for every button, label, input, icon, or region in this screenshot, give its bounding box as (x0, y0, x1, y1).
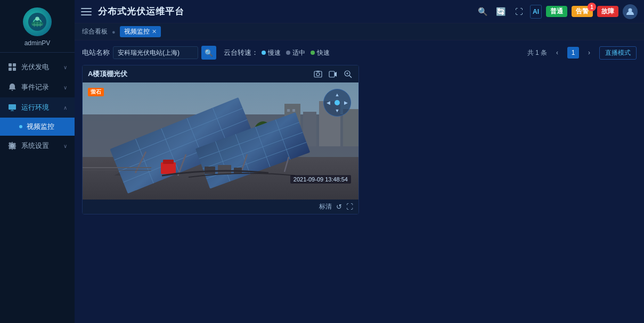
sidebar-item-settings[interactable]: 系统设置 ∨ (0, 136, 75, 156)
bell-icon (7, 82, 17, 92)
app-title: 分布式光伏运维平台 (98, 5, 184, 18)
ptz-center-dot (335, 100, 340, 105)
prev-page-btn[interactable]: ‹ (551, 47, 563, 59)
svg-rect-15 (316, 71, 320, 72)
breadcrumb-home[interactable]: 综合看板 (82, 27, 108, 36)
search-icon-btn[interactable]: 🔍 (476, 5, 490, 19)
video-card-header: A楼顶棚光伏 (83, 65, 358, 82)
slow-dot (262, 51, 266, 55)
svg-rect-16 (329, 71, 335, 77)
svg-rect-28 (287, 109, 290, 112)
ptz-right-arrow[interactable]: ▶ (344, 100, 348, 105)
svg-rect-62 (161, 162, 176, 174)
sidebar: adminPV 光伏发电 ∨ 事件记录 (0, 0, 75, 323)
sidebar-item-pv-power[interactable]: 光伏发电 ∨ (0, 57, 75, 77)
expand-icon[interactable]: ⛶ (346, 203, 353, 211)
breadcrumb-close-btn[interactable]: ✕ (152, 28, 157, 35)
video-card-title: A楼顶棚光伏 (88, 69, 127, 79)
sidebar-subitem-video-monitor[interactable]: 视频监控 (0, 118, 75, 136)
total-count: 共 1 条 (527, 48, 547, 57)
sidebar-item-label: 事件记录 (21, 82, 49, 92)
station-filter-group: 电站名称 🔍 (82, 46, 216, 60)
alarm-badge[interactable]: 告警 1 (572, 6, 593, 17)
video-card-footer: 标清 ↺ ⛶ (83, 200, 358, 214)
breadcrumb-bar: 综合看板 ● 视频监控 ✕ (75, 23, 644, 40)
chevron-down-icon: ∨ (63, 85, 67, 90)
monitor-icon (7, 103, 17, 112)
sidebar-item-events[interactable]: 事件记录 ∨ (0, 77, 75, 97)
current-page-btn[interactable]: 1 (567, 47, 579, 59)
normal-badge[interactable]: 普通 (546, 6, 567, 17)
gear-icon (7, 141, 17, 151)
svg-rect-13 (314, 71, 322, 77)
sidebar-item-label: 运行环境 (21, 103, 49, 112)
ptz-label: 云台转速： (224, 48, 258, 57)
speed-fast-label: 快速 (317, 48, 330, 57)
ptz-up-arrow[interactable]: ▲ (335, 92, 340, 97)
grid-icon (7, 62, 17, 72)
search-button[interactable]: 🔍 (201, 46, 216, 60)
hamburger-menu-icon[interactable] (81, 8, 92, 15)
refresh-icon[interactable]: ↺ (336, 203, 342, 211)
svg-rect-7 (9, 63, 12, 67)
sidebar-item-operation[interactable]: 运行环境 ∧ (0, 97, 75, 118)
ptz-down-arrow[interactable]: ▼ (335, 108, 340, 113)
fast-dot (311, 51, 315, 55)
fullscreen-icon-btn[interactable]: ⛶ (512, 5, 526, 19)
ptz-speed-group: 云台转速： 慢速 适中 快速 (224, 48, 330, 57)
topbar-right-actions: 🔍 🔄 ⛶ AI 普通 告警 1 故障 (476, 4, 638, 19)
sidebar-username: adminPV (25, 39, 51, 47)
ptz-left-arrow[interactable]: ◀ (327, 100, 330, 105)
speed-slow[interactable]: 慢速 (262, 48, 281, 57)
next-page-btn[interactable]: › (583, 47, 595, 59)
station-input[interactable] (113, 46, 198, 59)
topbar: 分布式光伏运维平台 🔍 🔄 ⛶ AI 普通 告警 1 故障 (75, 0, 644, 23)
fault-badge[interactable]: 故障 (597, 6, 618, 17)
svg-line-18 (349, 76, 352, 78)
chevron-down-icon: ∨ (63, 143, 67, 149)
chevron-up-icon: ∧ (63, 105, 67, 111)
speed-fast[interactable]: 快速 (311, 48, 330, 57)
video-grid: A楼顶棚光伏 (82, 65, 637, 214)
breadcrumb-active-label: 视频监控 (124, 27, 150, 36)
quality-label: 标清 (319, 202, 332, 211)
sidebar-subitem-label: 视频监控 (27, 122, 54, 131)
svg-rect-10 (13, 68, 16, 71)
chevron-down-icon: ∨ (63, 64, 67, 70)
alarm-count: 1 (588, 3, 596, 11)
ptz-control: ▲ ▼ ◀ ▶ (323, 89, 351, 117)
brand-logo: 萤石 (88, 88, 104, 96)
svg-point-14 (316, 73, 320, 76)
breadcrumb-separator: ● (112, 29, 116, 35)
breadcrumb-active-item: 视频监控 ✕ (120, 26, 161, 37)
main-area: 分布式光伏运维平台 🔍 🔄 ⛶ AI 普通 告警 1 故障 (75, 0, 644, 323)
filter-bar: 电站名称 🔍 云台转速： 慢速 适中 快速 (82, 46, 637, 60)
record-icon[interactable] (328, 69, 338, 79)
ai-icon-btn[interactable]: AI (530, 5, 542, 19)
svg-point-2 (35, 17, 39, 21)
svg-rect-11 (9, 104, 16, 110)
video-card-1: A楼顶棚光伏 (82, 65, 359, 214)
medium-dot (286, 51, 290, 55)
svg-rect-65 (218, 165, 231, 175)
active-dot (19, 125, 22, 128)
refresh-icon-btn[interactable]: 🔄 (494, 5, 508, 19)
live-mode-button[interactable]: 直播模式 (599, 46, 637, 60)
svg-rect-63 (163, 160, 174, 164)
zoom-icon[interactable] (343, 69, 353, 79)
ptz-circle[interactable]: ▲ ▼ ◀ ▶ (323, 89, 351, 117)
svg-rect-9 (9, 68, 12, 71)
sidebar-item-label: 系统设置 (21, 141, 49, 151)
speed-options: 慢速 适中 快速 (262, 48, 330, 57)
user-avatar[interactable] (623, 4, 638, 19)
video-timestamp: 2021-09-09 13:48:54 (290, 175, 351, 184)
main-content: 电站名称 🔍 云台转速： 慢速 适中 快速 (75, 40, 644, 323)
speed-medium[interactable]: 适中 (286, 48, 305, 57)
speed-slow-label: 慢速 (268, 48, 281, 57)
svg-rect-29 (292, 109, 295, 112)
station-label: 电站名称 (82, 48, 110, 57)
screenshot-icon[interactable] (313, 69, 323, 79)
sidebar-nav: 光伏发电 ∨ 事件记录 ∨ 运行环境 ∧ (0, 53, 75, 323)
svg-rect-8 (13, 63, 16, 67)
speed-medium-label: 适中 (292, 48, 305, 57)
